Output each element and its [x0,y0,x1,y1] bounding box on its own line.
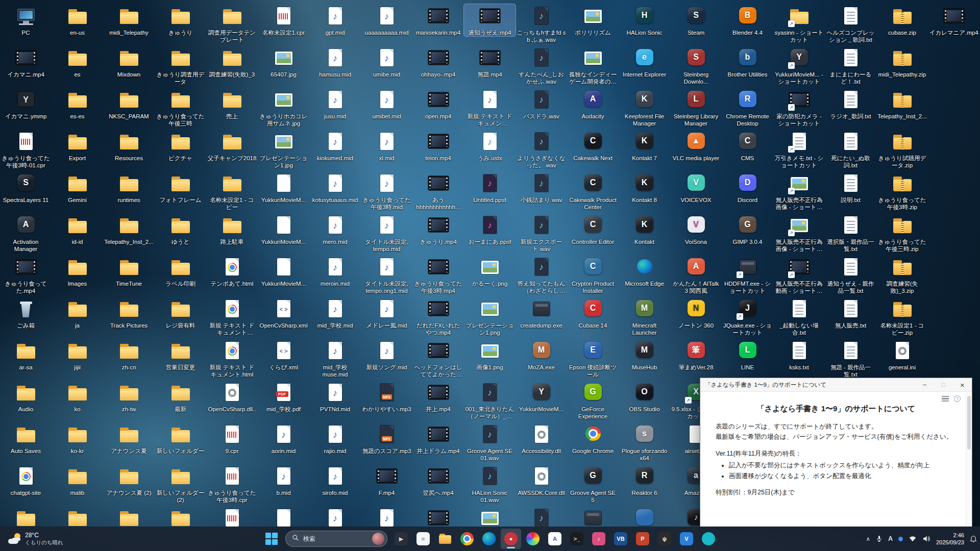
desktop-icon[interactable]: ヘルズコンプレッション＿歌詞.txt [825,4,876,43]
taskbar-powerpoint[interactable]: P [632,529,653,549]
desktop-icon[interactable]: 筆筆まめVer.28 [670,339,722,371]
desktop-icon[interactable]: JJQuake.exe - ショートカット [722,297,773,336]
desktop-icon[interactable]: 万引きメモ.txt - ショートカット [773,130,825,169]
desktop-icon[interactable]: YukkuriMovieM... [258,213,309,245]
desktop-icon[interactable]: es [52,46,103,78]
desktop-icon[interactable]: eInternet Explorer [619,46,670,78]
desktop-icon[interactable]: PC [0,4,52,36]
desktop-icon[interactable]: es-es [52,88,103,120]
desktop-icon[interactable]: YukkuriMovieM... [258,255,309,287]
desktop-icon[interactable]: general.ini [876,339,928,371]
desktop-icon[interactable]: 家の防犯カメラ - ショートカット [773,88,825,127]
desktop-icon[interactable]: 新規 テキスト ドキュメント (2).html [206,297,258,336]
desktop-icon[interactable]: meroin.mid [309,255,361,287]
desktop-icon[interactable]: CCakewalk Next [567,130,619,162]
desktop-icon[interactable]: 新しいフォルダー (2) [155,464,206,504]
desktop-icon[interactable]: 無人販売不正行為 画像 - ショートカット [773,213,825,253]
desktop-icon[interactable]: Groove Agent SE 01.wav [464,422,516,462]
desktop-icon[interactable]: SSpectraLayers 11 [0,171,52,204]
desktop-icon[interactable]: 名称未設定1 - コピー [206,171,258,211]
desktop-icon[interactable]: Microsoft Edge [619,255,670,287]
desktop-icon[interactable]: zh-tw [103,381,155,413]
desktop-icon[interactable]: 路上駐車 [206,213,258,245]
wifi-icon[interactable] [909,536,917,542]
desktop-icon[interactable]: YYukkuriMovieM... - ショートカット [773,46,825,85]
desktop-icon[interactable]: 名称未設定1.cpr [258,4,309,36]
desktop-icon[interactable]: VVoiSona [670,213,722,245]
desktop-icon[interactable]: CController Editor [567,213,619,245]
desktop-icon[interactable]: Aかんたん！AITalk 3 関西風 [670,255,722,294]
taskbar-notepad[interactable]: ≡ [413,529,433,549]
desktop-icon[interactable]: Untitled.ppsf [464,171,516,204]
desktop-icon[interactable]: YYukkuriMovieM... [516,381,567,413]
desktop-icon[interactable]: ピクチャ [155,130,206,162]
desktop-icon[interactable]: PVTNd.mid [309,381,361,413]
desktop-icon[interactable]: gpt.mid [309,4,361,36]
desktop-icon[interactable]: Resources [103,130,155,162]
desktop-icon[interactable]: ▲VLC media player [670,130,722,162]
ime-indicator[interactable]: A [888,535,893,542]
desktop-icon[interactable]: 無人販売不正行為画像 - ショートカット [773,171,825,211]
taskbar-vb-app[interactable]: VB [610,529,631,549]
minimize-button[interactable] [915,378,934,392]
desktop-icon[interactable]: かるーく.png [464,255,516,287]
desktop-icon[interactable]: 001_東北きりたん（ノーマル）_少しゃ... [464,381,516,420]
hidden-icons-chevron[interactable] [866,536,870,542]
desktop-icon[interactable]: _起動しない場合.txt [773,297,825,336]
desktop-icon[interactable]: chatgpt-site [0,464,52,496]
desktop-icon[interactable]: 調査練習(失敗)_3 [206,46,258,78]
dialog-scrollbar[interactable] [966,392,972,527]
desktop-icon[interactable]: TimeTune [103,255,155,287]
desktop-icon[interactable]: GGeForce Experience [567,381,619,420]
desktop-icon[interactable]: AAudacity [567,88,619,120]
desktop-icon[interactable]: きゅうり食ってた午後三時 [155,88,206,127]
desktop-icon[interactable]: ゆうと [155,213,206,245]
desktop-icon[interactable]: mero.mid [309,213,361,245]
desktop-icon[interactable]: Gemini [52,171,103,204]
desktop-icon[interactable]: レジ袋有料 [155,297,206,329]
dialog-titlebar[interactable]: 「さよなら手書き 1〜9」のサポートについて [700,378,972,392]
desktop-icon[interactable]: ごみ箱 [0,297,52,329]
desktop-icon[interactable]: Telepathy_Inst_2... [876,88,928,120]
desktop-icon[interactable]: ko [52,381,103,413]
desktop-icon[interactable]: タイトル未設定, tempo.ong1.mid [361,255,412,294]
desktop-icon[interactable]: あうhhhhhhhhhhhh... [412,171,464,211]
desktop-icon[interactable]: 新しいフォルダー [155,422,206,455]
desktop-icon[interactable]: umibe.mid [361,46,412,78]
desktop-icon[interactable]: MMoZA.exe [516,339,567,371]
maximize-button[interactable] [934,378,953,392]
start-button[interactable] [261,529,282,549]
desktop-icon[interactable]: ohhayo-.mp4 [412,46,464,78]
desktop-icon[interactable]: id-id [52,213,103,245]
desktop-icon[interactable]: 通知うぜえ - 親作品一覧.txt [825,255,876,294]
desktop-icon[interactable]: BBlender 4.4 [722,4,773,36]
desktop-icon[interactable]: LLINE [722,339,773,371]
desktop-icon[interactable]: 無人販売.txt [825,297,876,329]
desktop-icon[interactable]: 新規 テキスト ドキュメント.html [206,339,258,378]
desktop-icon[interactable]: 営業日変更 [155,339,206,371]
taskbar-text-editor[interactable]: A [545,529,565,549]
desktop-icon[interactable]: KKontakt 7 [619,130,670,162]
taskbar-chrome[interactable] [457,529,477,549]
desktop-icon[interactable]: 死にたい_ぬ歌詞.txt [825,130,876,169]
desktop-icon[interactable]: en-us [52,4,103,36]
taskbar-music-app[interactable]: ♪ [589,529,609,549]
taskbar-search[interactable]: 検索 [285,531,387,547]
desktop-icon[interactable]: きゅうり食ってた午後3時.mid [361,171,412,211]
desktop-icon[interactable]: 父子キャンプ2018 [206,130,258,162]
desktop-icon[interactable]: uaaaaaaaaa.mid [361,4,412,36]
desktop-icon[interactable]: RChrome Remote Desktop [722,88,773,127]
desktop-icon[interactable]: イカマニ.ymmp [0,88,52,120]
desktop-icon[interactable]: mid_学校muse.mid [309,339,361,378]
desktop-icon[interactable]: ksks.txt [773,339,825,371]
taskbar-terminal[interactable]: >_ [567,529,587,549]
desktop-icon[interactable]: LSteinberg Library Manager [670,88,722,127]
desktop-icon[interactable]: 小銭詰まり.wav [516,171,567,204]
clock[interactable]: 2:46 2025/09/23 [936,532,964,546]
notification-bell-icon[interactable] [970,535,977,543]
desktop-icon[interactable]: まにまにわーるど！.txt [825,46,876,85]
desktop-icon[interactable]: 新規 テキスト ドキュメント.musicxml [464,88,516,127]
desktop-icon[interactable]: teion.mp4 [412,130,464,162]
desktop-icon[interactable]: RReaktor 6 [619,464,670,496]
desktop-icon[interactable]: 翌尻へ.mp4 [412,464,464,496]
